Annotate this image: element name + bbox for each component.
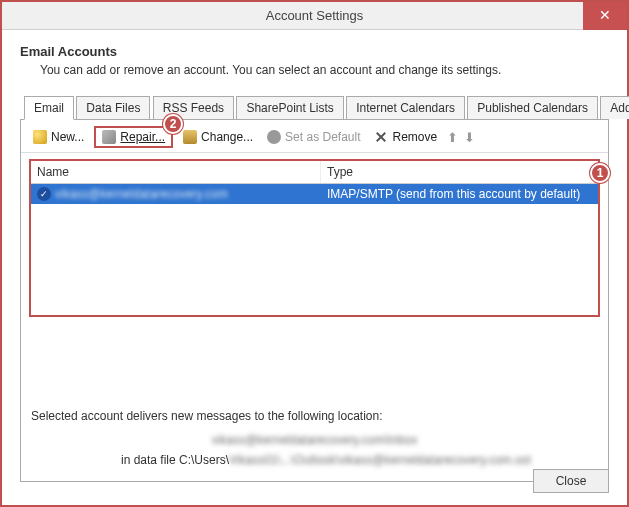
accounts-table: 1 Name Type vikass@kerneldatarecovery.co… — [29, 159, 600, 317]
account-name: vikass@kerneldatarecovery.com — [55, 187, 228, 201]
move-down-button[interactable]: ⬇ — [464, 130, 475, 145]
tab-address-books[interactable]: Address Books — [600, 96, 629, 119]
annotation-badge-2: 2 — [163, 114, 183, 134]
new-button[interactable]: New... — [29, 128, 88, 146]
check-icon — [267, 130, 281, 144]
new-icon — [33, 130, 47, 144]
tab-published-calendars[interactable]: Published Calendars — [467, 96, 598, 119]
move-up-button[interactable]: ⬆ — [447, 130, 458, 145]
tab-email[interactable]: Email — [24, 96, 74, 120]
annotation-badge-1: 1 — [590, 163, 610, 183]
remove-button[interactable]: Remove — [370, 128, 441, 146]
cell-name: vikass@kerneldatarecovery.com — [31, 185, 321, 203]
section-subheading: You can add or remove an account. You ca… — [40, 63, 609, 77]
table-row[interactable]: vikass@kerneldatarecovery.com IMAP/SMTP … — [31, 184, 598, 204]
account-settings-window: Account Settings ✕ Email Accounts You ca… — [0, 0, 629, 507]
titlebar: Account Settings ✕ — [2, 2, 627, 30]
tab-strip: Email Data Files RSS Feeds SharePoint Li… — [20, 95, 609, 120]
delivery-intro: Selected account delivers new messages t… — [31, 409, 598, 423]
repair-button[interactable]: Repair... 2 — [94, 126, 173, 148]
col-name[interactable]: Name — [31, 161, 321, 183]
change-label: Change... — [201, 130, 253, 144]
change-button[interactable]: Change... — [179, 128, 257, 146]
close-button-label: Close — [556, 474, 587, 488]
delivery-line1: vikass@kerneldatarecovery.com\Inbox — [212, 433, 417, 447]
repair-label: Repair... — [120, 130, 165, 144]
section-heading: Email Accounts — [20, 44, 609, 59]
window-title: Account Settings — [266, 8, 364, 23]
delivery-line2b: Vikass01\...\Outlook\vikass@kerneldatare… — [229, 453, 531, 467]
tab-data-files[interactable]: Data Files — [76, 96, 150, 119]
tab-body: New... Repair... 2 Change... Set as Defa… — [20, 120, 609, 482]
tab-internet-calendars[interactable]: Internet Calendars — [346, 96, 465, 119]
table-header: Name Type — [31, 161, 598, 184]
content-area: Email Accounts You can add or remove an … — [2, 30, 627, 482]
cell-type: IMAP/SMTP (send from this account by def… — [321, 185, 598, 203]
col-type[interactable]: Type — [321, 161, 598, 183]
new-label: New... — [51, 130, 84, 144]
set-default-button[interactable]: Set as Default — [263, 128, 364, 146]
repair-icon — [102, 130, 116, 144]
set-default-label: Set as Default — [285, 130, 360, 144]
toolbar: New... Repair... 2 Change... Set as Defa… — [21, 120, 608, 153]
close-icon: ✕ — [599, 7, 611, 23]
remove-icon — [374, 130, 388, 144]
remove-label: Remove — [392, 130, 437, 144]
window-close-button[interactable]: ✕ — [583, 2, 627, 30]
delivery-line2a: in data file C:\Users\ — [121, 453, 229, 467]
delivery-location: Selected account delivers new messages t… — [31, 409, 598, 467]
change-icon — [183, 130, 197, 144]
close-button[interactable]: Close — [533, 469, 609, 493]
tab-sharepoint-lists[interactable]: SharePoint Lists — [236, 96, 343, 119]
tab-rss-feeds[interactable]: RSS Feeds — [153, 96, 234, 119]
default-account-icon — [37, 187, 51, 201]
